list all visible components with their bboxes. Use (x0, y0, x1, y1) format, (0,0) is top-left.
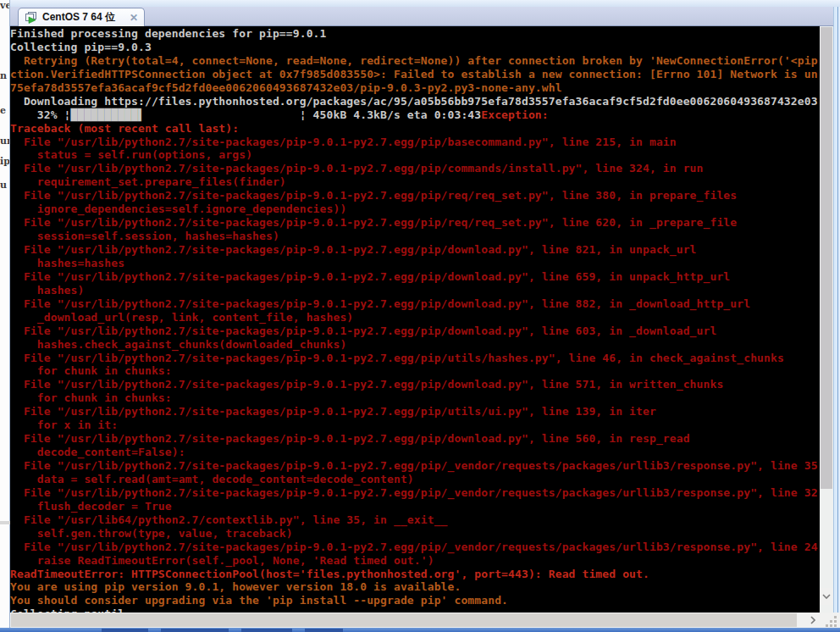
close-icon[interactable]: ✕ (130, 13, 138, 23)
background-window-edge: ve n e un ip u (0, 0, 10, 628)
chevron-down-icon (822, 594, 831, 599)
terminal-line: File "/usr/lib/python2.7/site-packages/p… (10, 324, 820, 338)
terminal-text: ction.VerifiedHTTPSConnection object at … (10, 68, 818, 80)
background-text-fragment: n (0, 70, 9, 81)
terminal-text: _download_url(resp, link, content_file, … (10, 311, 353, 324)
taskbar-button-edge (241, 629, 292, 632)
terminal-text: File "/usr/lib/python2.7/site-packages/p… (10, 270, 730, 283)
terminal-line: for x in it: (10, 419, 820, 432)
terminal-line: self.gen.throw(type, value, traceback) (10, 527, 820, 541)
terminal-line: session=self.session, hashes=hashes) (10, 230, 820, 243)
terminal-line: requirement_set.prepare_files(finder) (10, 175, 820, 189)
resize-grip-icon[interactable] (823, 615, 838, 628)
terminal-text: hashes) (10, 284, 84, 297)
terminal-text: File "/usr/lib/python2.7/site-packages/p… (10, 541, 818, 553)
terminal-text: Collecting pip==9.0.3 (10, 41, 152, 53)
terminal-text: flush_decoder = True (10, 500, 172, 513)
terminal-output[interactable]: Finished processing dependencies for pip… (10, 26, 820, 613)
terminal-text: ReadTimeoutError: HTTPSConnectionPool(ho… (10, 568, 649, 580)
terminal-line: for chunk in chunks: (10, 391, 820, 405)
chevron-right-icon (810, 616, 815, 624)
terminal-text: Finished processing dependencies for pip… (10, 27, 327, 40)
terminal-text: status = self.run(options, args) (10, 148, 252, 161)
terminal-line: Collecting pip==9.0.3 (10, 41, 820, 54)
terminal-text: Traceback (most recent call last): (10, 122, 239, 135)
terminal-line: File "/usr/lib/python2.7/site-packages/p… (10, 432, 820, 446)
terminal-line: data = self.read(amt=amt, decode_content… (10, 473, 820, 486)
terminal-text: File "/usr/lib/python2.7/site-packages/p… (10, 297, 750, 310)
terminal-text: File "/usr/lib/python2.7/site-packages/p… (10, 324, 716, 337)
terminal-line: flush_decoder = True (10, 500, 820, 513)
terminal-line: File "/usr/lib/python2.7/site-packages/p… (10, 541, 820, 554)
background-text-fragment: ip (0, 156, 9, 167)
terminal-line: Finished processing dependencies for pip… (10, 27, 820, 41)
terminal-line: for chunk in chunks: (10, 364, 820, 378)
terminal-text: session=self.session, hashes=hashes) (10, 230, 279, 242)
terminal-text: requirement_set.prepare_files(finder) (10, 175, 286, 188)
terminal-line: File "/usr/lib/python2.7/site-packages/p… (10, 405, 820, 419)
terminal-text: hashes.check_against_chunks(downloaded_c… (10, 338, 346, 351)
terminal-line: File "/usr/lib/python2.7/site-packages/p… (10, 378, 820, 391)
terminal-line: Downloading https://files.pythonhosted.o… (10, 95, 820, 108)
terminal-text: raise ReadTimeoutError(self._pool, None,… (10, 554, 434, 567)
vm-console-icon (25, 12, 38, 24)
terminal-text: File "/usr/lib/python2.7/site-packages/p… (10, 216, 737, 229)
terminal-line: hashes=hashes (10, 257, 820, 270)
window-right-border (833, 7, 840, 613)
terminal-text: File "/usr/lib/python2.7/site-packages/p… (10, 162, 704, 175)
vertical-scrollbar-thumb[interactable] (821, 27, 832, 489)
terminal-text: for x in it: (10, 419, 118, 431)
terminal-text: 75efa78d3557efa36acaf9cf5d2fd0ee00620604… (10, 81, 562, 94)
taskbar-button-edge (161, 629, 229, 632)
taskbar-button-edge (305, 629, 343, 632)
terminal-line: File "/usr/lib/python2.7/site-packages/p… (10, 486, 820, 500)
taskbar-edge (0, 628, 840, 632)
terminal-line: Traceback (most recent call last): (10, 122, 820, 136)
terminal-text: ignore_dependencies=self.ignore_dependen… (10, 202, 346, 215)
terminal-text: Downloading https://files.pythonhosted.o… (10, 95, 818, 108)
terminal-text: File "/usr/lib/python2.7/site-packages/p… (10, 378, 723, 391)
terminal-line: Retrying (Retry(total=4, connect=None, r… (10, 54, 820, 68)
terminal-text: hashes=hashes (10, 257, 124, 269)
vm-tab-bar: CentOS 7 64 位 ✕ (10, 7, 840, 26)
terminal-line: File "/usr/lib/python2.7/site-packages/p… (10, 270, 820, 284)
terminal-line: 32% ¦██████████▌ ¦ 450kB 4.3kB/s eta 0:0… (10, 108, 820, 122)
terminal-line: 75efa78d3557efa36acaf9cf5d2fd0ee00620604… (10, 81, 820, 95)
terminal-line: File "/usr/lib/python2.7/site-packages/p… (10, 136, 820, 149)
terminal-line: File "/usr/lib/python2.7/site-packages/p… (10, 297, 820, 311)
vm-tab-centos[interactable]: CentOS 7 64 位 ✕ (18, 8, 145, 26)
window-top-strip (10, 0, 840, 7)
terminal-text: data = self.read(amt=amt, decode_content… (10, 473, 414, 485)
terminal-line: You should consider upgrading via the 'p… (10, 594, 820, 607)
terminal-line: ignore_dependencies=self.ignore_dependen… (10, 202, 820, 216)
terminal-text: decode_content=False): (10, 446, 185, 458)
scroll-down-button[interactable] (820, 588, 833, 605)
terminal-text: You should consider upgrading via the 'p… (10, 594, 508, 607)
terminal-text: File "/usr/lib/python2.7/site-packages/p… (10, 459, 818, 472)
terminal-line: File "/usr/lib/python2.7/site-packages/p… (10, 243, 820, 257)
terminal-text: File "/usr/lib64/python2.7/contextlib.py… (10, 513, 448, 526)
terminal-text: self.gen.throw(type, value, traceback) (10, 527, 293, 540)
horizontal-scrollbar-thumb[interactable] (11, 613, 797, 627)
terminal-line: ction.VerifiedHTTPSConnection object at … (10, 68, 820, 81)
terminal-line: File "/usr/lib/python2.7/site-packages/p… (10, 352, 820, 365)
terminal-line: File "/usr/lib/python2.7/site-packages/p… (10, 189, 820, 202)
terminal-line: raise ReadTimeoutError(self._pool, None,… (10, 554, 820, 568)
taskbar-button-edge (102, 629, 148, 632)
terminal-text: for chunk in chunks: (10, 391, 172, 404)
background-window-divider (0, 521, 10, 524)
terminal-text: 32% ¦██████████▌ ¦ 450kB 4.3kB/s eta 0:0… (10, 108, 481, 121)
background-text-fragment: u (0, 180, 9, 191)
terminal-line: File "/usr/lib/python2.7/site-packages/p… (10, 459, 820, 473)
terminal-line: You are using pip version 9.0.1, however… (10, 580, 820, 594)
terminal-text: File "/usr/lib/python2.7/site-packages/p… (10, 405, 656, 418)
terminal-line: hashes) (10, 284, 820, 297)
terminal-text: Exception: (481, 108, 548, 121)
terminal-line: File "/usr/lib/python2.7/site-packages/p… (10, 216, 820, 230)
terminal-text: File "/usr/lib/python2.7/site-packages/p… (10, 432, 690, 445)
vm-tab-title: CentOS 7 64 位 (42, 10, 115, 25)
terminal-text: File "/usr/lib/python2.7/site-packages/p… (10, 352, 784, 364)
scroll-right-button[interactable] (804, 613, 821, 627)
terminal-line: hashes.check_against_chunks(downloaded_c… (10, 338, 820, 352)
terminal-text: for chunk in chunks: (10, 364, 172, 377)
